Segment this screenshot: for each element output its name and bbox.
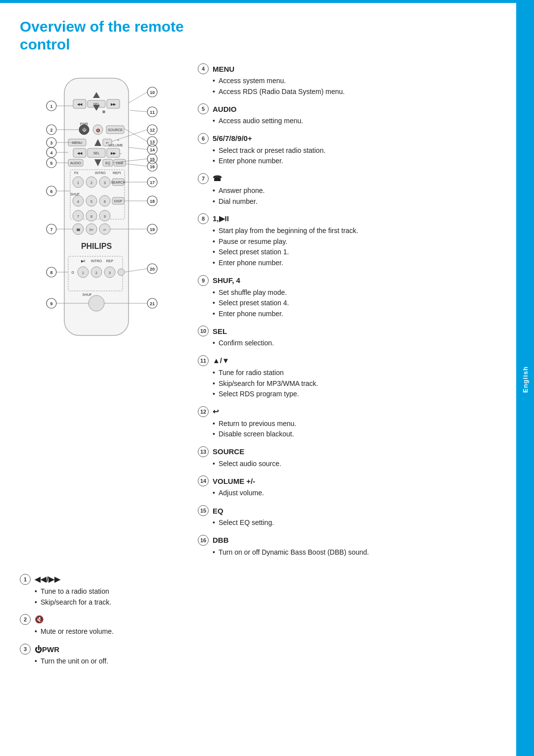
item-1: 1◀◀/▶▶Tune to a radio stationSkip/search… bbox=[20, 574, 188, 607]
svg-text:FII: FII bbox=[74, 171, 78, 175]
svg-text:REPI: REPI bbox=[113, 171, 121, 175]
sidebar: English bbox=[516, 3, 534, 756]
svg-text:1: 1 bbox=[50, 104, 52, 109]
item-header-2: 2🔇 bbox=[20, 614, 188, 625]
list-item: Access RDS (Radio Data System) menu. bbox=[213, 87, 501, 97]
item-header-16: 16DBB bbox=[198, 535, 501, 546]
page-title: Overview of the remote control bbox=[20, 18, 501, 53]
svg-text:3: 3 bbox=[50, 141, 52, 145]
svg-text:18: 18 bbox=[150, 199, 155, 204]
item-15: 15EQSelect EQ setting. bbox=[198, 505, 501, 528]
svg-text:▶▶: ▶▶ bbox=[111, 151, 116, 155]
item-bullets-15: Select EQ setting. bbox=[198, 518, 501, 528]
item-bullets-10: Confirm selection. bbox=[198, 338, 501, 348]
remote-illustration-col: SEL ◀◀ ▶▶ PWR ⏻ bbox=[20, 63, 188, 564]
list-item: Start play from the beginning of the fir… bbox=[213, 226, 501, 236]
item-title-8: 1,▶II bbox=[213, 214, 229, 223]
item-title-2: 🔇 bbox=[35, 615, 44, 624]
item-bullets-14: Adjust volume. bbox=[198, 488, 501, 498]
svg-text:6: 6 bbox=[50, 189, 52, 194]
item-bullets-5: Access audio setting menu. bbox=[198, 116, 501, 126]
svg-text:▶▶: ▶▶ bbox=[111, 102, 116, 106]
item-num-9: 9 bbox=[198, 275, 209, 286]
svg-text:4: 4 bbox=[77, 200, 79, 203]
list-item: Mute or restore volume. bbox=[35, 627, 188, 637]
svg-text:EQ: EQ bbox=[105, 161, 111, 165]
list-item: Select preset station 4. bbox=[213, 298, 501, 308]
list-item: Access audio setting menu. bbox=[213, 116, 501, 126]
item-bullets-1: Tune to a radio stationSkip/search for a… bbox=[20, 587, 188, 607]
svg-point-85 bbox=[89, 295, 104, 311]
item-3: 3⏻PWRTurn the unit on or off. bbox=[20, 644, 188, 666]
svg-text:4: 4 bbox=[50, 150, 52, 155]
svg-text:13: 13 bbox=[150, 140, 155, 144]
item-bullets-8: Start play from the beginning of the fir… bbox=[198, 226, 501, 268]
item-title-14: VOLUME +/- bbox=[213, 477, 255, 485]
item-bullets-11: Tune for radio stationSkip/search for MP… bbox=[198, 368, 501, 399]
svg-text:–: – bbox=[120, 151, 122, 155]
list-item: Select audio source. bbox=[213, 459, 501, 469]
svg-text:VOLUME: VOLUME bbox=[108, 143, 123, 147]
item-title-1: ◀◀/▶▶ bbox=[35, 575, 60, 584]
svg-text:☎: ☎ bbox=[76, 228, 81, 232]
item-num-11: 11 bbox=[198, 355, 209, 366]
item-num-8: 8 bbox=[198, 213, 209, 224]
item-title-15: EQ bbox=[213, 507, 223, 515]
svg-text:7: 7 bbox=[50, 227, 52, 232]
item-num-10: 10 bbox=[198, 326, 209, 336]
item-num-1: 1 bbox=[20, 574, 31, 585]
svg-text:0+: 0+ bbox=[89, 228, 93, 232]
svg-text:▶II: ▶II bbox=[81, 259, 86, 263]
list-item: Skip/search for a track. bbox=[35, 598, 188, 608]
item-header-8: 81,▶II bbox=[198, 213, 501, 224]
svg-point-9 bbox=[102, 110, 105, 113]
item-6: 65/6/7/8/9/0+Select track or preset radi… bbox=[198, 133, 501, 166]
item-10: 10SELConfirm selection. bbox=[198, 326, 501, 348]
item-13: 13SOURCESelect audio source. bbox=[198, 446, 501, 469]
item-bullets-2: Mute or restore volume. bbox=[20, 627, 188, 637]
item-header-1: 1◀◀/▶▶ bbox=[20, 574, 188, 585]
list-item: Answer phone. bbox=[213, 186, 501, 196]
sidebar-label: English bbox=[522, 366, 529, 393]
item-bullets-4: Access system menu.Access RDS (Radio Dat… bbox=[198, 76, 501, 96]
item-header-7: 7☎ bbox=[198, 173, 501, 184]
item-2: 2🔇Mute or restore volume. bbox=[20, 614, 188, 637]
svg-text:3: 3 bbox=[104, 181, 106, 185]
list-item: Confirm selection. bbox=[213, 338, 501, 348]
svg-text:10: 10 bbox=[150, 90, 155, 95]
item-title-4: MENU bbox=[213, 65, 234, 73]
svg-text:◀◀: ◀◀ bbox=[77, 102, 83, 106]
item-header-10: 10SEL bbox=[198, 326, 501, 336]
list-item: Enter phone number. bbox=[213, 156, 501, 166]
item-bullets-12: Return to previous menu.Disable screen b… bbox=[198, 419, 501, 439]
svg-text:8: 8 bbox=[90, 215, 92, 218]
item-14: 14VOLUME +/-Adjust volume. bbox=[198, 475, 501, 498]
item-num-3: 3 bbox=[20, 644, 31, 655]
svg-text:INTRO: INTRO bbox=[95, 171, 106, 175]
svg-text:12: 12 bbox=[150, 128, 155, 133]
svg-text:5: 5 bbox=[90, 200, 92, 203]
svg-text:5: 5 bbox=[50, 161, 52, 166]
svg-text:9: 9 bbox=[104, 215, 106, 218]
svg-text:SEARCH: SEARCH bbox=[111, 181, 125, 184]
svg-text:11: 11 bbox=[150, 110, 155, 115]
svg-text:◀◀: ◀◀ bbox=[77, 151, 83, 155]
svg-text:REP: REP bbox=[106, 259, 114, 263]
item-num-6: 6 bbox=[198, 133, 209, 144]
list-item: Return to previous menu. bbox=[213, 419, 501, 429]
svg-text:2: 2 bbox=[50, 128, 52, 133]
bottom-section: 1◀◀/▶▶Tune to a radio stationSkip/search… bbox=[20, 574, 501, 673]
item-header-6: 65/6/7/8/9/0+ bbox=[198, 133, 501, 144]
item-title-6: 5/6/7/8/9/0+ bbox=[213, 134, 252, 142]
item-5: 5AUDIOAccess audio setting menu. bbox=[198, 103, 501, 126]
item-num-16: 16 bbox=[198, 535, 209, 546]
list-item: Enter phone number. bbox=[213, 258, 501, 268]
item-num-4: 4 bbox=[198, 63, 209, 74]
item-bullets-6: Select track or preset radio station.Ent… bbox=[198, 146, 501, 166]
svg-text:AUDIO: AUDIO bbox=[70, 161, 82, 165]
list-item: Select RDS program type. bbox=[213, 389, 501, 399]
item-title-5: AUDIO bbox=[213, 105, 236, 113]
item-header-14: 14VOLUME +/- bbox=[198, 475, 501, 486]
item-header-9: 9SHUF, 4 bbox=[198, 275, 501, 286]
svg-text:9: 9 bbox=[50, 301, 52, 306]
